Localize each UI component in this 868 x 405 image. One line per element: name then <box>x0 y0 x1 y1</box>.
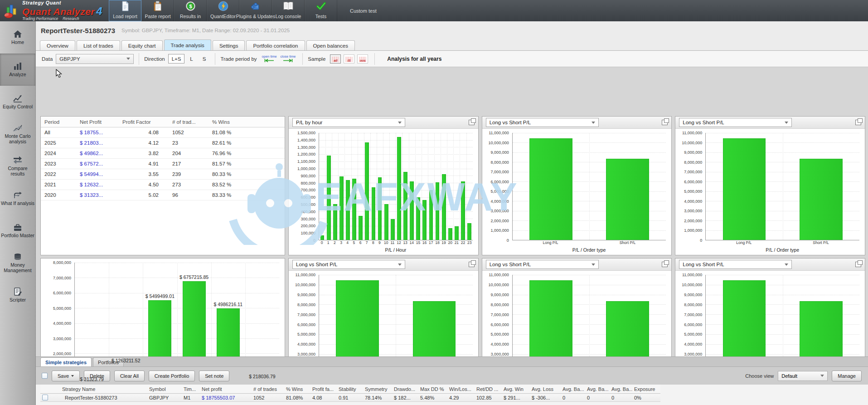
sidebar-item-money-management[interactable]: Money Management <box>0 247 35 279</box>
scripter-icon <box>13 288 22 296</box>
sample-oos-button[interactable]: oos <box>357 54 368 63</box>
direction-toggle: L+S L S <box>168 54 210 63</box>
expand-icon[interactable] <box>662 262 668 267</box>
strategies-section: Simple strategies Portfolios Save Delete… <box>36 356 868 405</box>
x-axis-label: 23 <box>466 240 473 246</box>
plugins-updates-button[interactable]: Plugins & Updates <box>239 0 272 21</box>
period-row[interactable]: 2021$ 12632...4.5027383.52 % <box>41 180 285 190</box>
period-row[interactable]: 2022$ 54994...3.5523980.33 % <box>41 169 285 180</box>
tab-settings[interactable]: Settings <box>213 40 245 50</box>
y-axis-label: 1,500,000 <box>297 131 315 135</box>
tab-trade-analysis[interactable]: Trade analysis <box>164 39 211 50</box>
tab-simple-strategies[interactable]: Simple strategies <box>40 357 92 366</box>
bar-Long P/L <box>529 138 572 240</box>
sidebar-item-scripter[interactable]: Scripter <box>0 279 35 311</box>
chevron-down-icon <box>820 375 824 377</box>
chart-type-dropdown[interactable]: Long vs Short P/L <box>679 260 792 269</box>
y-axis-label: 5,000,000 <box>491 332 509 337</box>
y-axis-label: 5,000,000 <box>684 332 702 337</box>
y-axis-label: 400,000 <box>301 210 315 214</box>
tab-portfolio-correlation[interactable]: Portfolio correlation <box>246 40 305 50</box>
sidebar-item-monte-carlo[interactable]: Monte Carlo analysis <box>0 118 35 150</box>
tab-list-of-trades[interactable]: List of trades <box>77 40 120 50</box>
period-row[interactable]: 2024$ 49862...3.8220476.96 % <box>41 148 285 159</box>
tab-open-balances[interactable]: Open balances <box>306 40 355 50</box>
strategy-col-8: Symmetry <box>363 385 392 394</box>
chart-panel-header: Long vs Short P/L <box>675 259 865 271</box>
view-dropdown[interactable]: Default <box>778 371 828 381</box>
sidebar-item-portfolio-master[interactable]: Portfolio Master <box>0 215 35 247</box>
chart-type-dropdown[interactable]: Long vs Short P/L <box>679 118 792 127</box>
bar-20 <box>448 228 452 240</box>
chart-type-dropdown[interactable]: Long vs Short P/L <box>486 118 599 127</box>
compare-results-icon <box>13 156 22 164</box>
sidebar-item-equity-control[interactable]: Equity Control <box>0 86 35 118</box>
sidebar-item-what-if[interactable]: What If analysis <box>0 182 35 215</box>
sample-is-button[interactable]: IS <box>344 54 354 63</box>
x-axis-label: 18 <box>434 240 441 246</box>
y-axis-label: 8,000,000 <box>684 160 702 165</box>
chart-type-dropdown[interactable]: Long vs Short P/L <box>486 260 599 269</box>
y-axis-label: 4,000,000 <box>684 199 702 204</box>
y-axis-label: 9,000,000 <box>297 293 315 297</box>
toolbar-button-label: Load report <box>113 14 137 19</box>
data-symbol-dropdown[interactable]: GBPJPY <box>56 54 134 64</box>
results-in-button[interactable]: $ Results in <box>174 0 207 21</box>
paste-report-button[interactable]: Paste report <box>141 0 174 21</box>
bar-0 <box>320 235 325 240</box>
expand-icon[interactable] <box>662 120 668 125</box>
y-axis-label: 10,000,000 <box>295 283 315 287</box>
x-axis-label: 16 <box>422 240 428 246</box>
load-report-button[interactable]: Load report <box>109 0 141 21</box>
chart-type-dropdown[interactable]: Long vs Short P/L <box>292 260 405 269</box>
create-portfolio-button[interactable]: Create Portfolio <box>149 371 195 381</box>
period-row[interactable]: 2025$ 21803...4.122382.61 % <box>41 138 285 148</box>
period-row[interactable]: 2023$ 67572...4.9121781.57 % <box>41 159 285 169</box>
bar-5 <box>352 179 356 240</box>
bar-chart-pl-by-hour: 0100,000200,000300,000400,000500,000600,… <box>289 129 478 255</box>
strategy-row[interactable]: ReportTester-51880273GBPJPYM1$ 18755503.… <box>40 394 660 402</box>
set-note-button[interactable]: Set note <box>199 371 229 381</box>
y-axis-label: 9,000,000 <box>491 150 509 155</box>
y-axis-label: 4,000,000 <box>53 321 71 326</box>
chart-type-dropdown[interactable]: P/L by hour <box>292 118 405 127</box>
select-all-checkbox[interactable] <box>42 373 48 379</box>
sidebar-item-analyze[interactable]: Analyze <box>0 54 35 86</box>
toolbar-button-label: Tests <box>315 14 327 19</box>
period-row[interactable]: All$ 18755...4.08105281.08 % <box>41 127 285 138</box>
clear-all-button[interactable]: Clear All <box>114 371 145 381</box>
home-icon <box>13 30 22 38</box>
sample-all-button[interactable]: all <box>330 54 341 63</box>
sidebar-item-compare-results[interactable]: Compare results <box>0 150 35 182</box>
log-console-button[interactable]: Log console <box>272 0 305 21</box>
strategy-col-1: Symbol <box>147 385 182 394</box>
tests-button[interactable]: Tests <box>305 0 337 21</box>
direction-ls-button[interactable]: L+S <box>168 54 185 63</box>
expand-icon[interactable] <box>469 262 475 267</box>
chart-panel-header: P/L by hour <box>289 117 478 129</box>
direction-label: Direction <box>144 56 165 62</box>
open-time-button[interactable]: open time <box>262 55 277 63</box>
close-time-button[interactable]: close time <box>281 55 296 63</box>
x-axis-label: 17 <box>428 240 434 246</box>
expand-icon[interactable] <box>855 262 861 267</box>
strategy-col-6: Profit fa... <box>310 385 337 394</box>
x-axis-label: 20 <box>447 240 453 246</box>
period-row[interactable]: 2020$ 31323...5.029683.33 % <box>41 190 285 200</box>
save-button[interactable]: Save <box>52 371 80 381</box>
tab-overview[interactable]: Overview <box>40 40 75 50</box>
y-axis-label: 11,000,000 <box>489 131 509 135</box>
tab-equity-chart[interactable]: Equity chart <box>121 40 163 50</box>
expand-icon[interactable] <box>855 120 861 125</box>
custom-test-label[interactable]: Custom test <box>350 0 377 21</box>
row-checkbox[interactable] <box>42 395 48 400</box>
y-axis-label: 11,000,000 <box>682 131 702 135</box>
expand-icon[interactable] <box>469 120 475 125</box>
direction-l-button[interactable]: L <box>185 54 197 63</box>
quanteditor-button[interactable]: QuantEditor <box>207 0 239 21</box>
equity-control-icon <box>13 94 22 102</box>
direction-s-button[interactable]: S <box>198 54 210 63</box>
sidebar-item-home[interactable]: Home <box>0 21 35 54</box>
x-axis-label: 19 <box>441 240 447 246</box>
manage-button[interactable]: Manage <box>832 371 862 381</box>
